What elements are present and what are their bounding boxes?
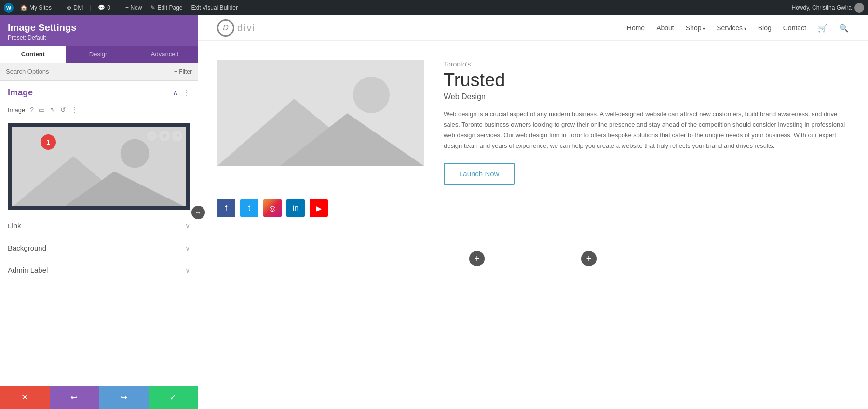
image-label: Image xyxy=(8,106,25,114)
accordion-admin-label-header[interactable]: Admin Label ∨ xyxy=(0,259,198,281)
undo-button[interactable]: ↩ xyxy=(50,386,99,409)
phone-icon[interactable]: ▭ xyxy=(39,106,45,114)
nav-contact[interactable]: Contact xyxy=(783,24,806,32)
nav-home[interactable]: Home xyxy=(627,24,645,32)
badge-1: 1 xyxy=(41,134,56,150)
nav-blog[interactable]: Blog xyxy=(758,24,772,32)
trash-icon[interactable]: 🗑 xyxy=(159,131,170,141)
panel-content: Image ∧ ⋮ Image ? ▭ ↖ ↺ ⋮ xyxy=(0,81,198,386)
admin-bar-left: W 🏠 My Sites | ⊕ Divi | 💬 0 | + New ✎ Ed… xyxy=(4,3,240,13)
image-toolbar: Image ? ▭ ↖ ↺ ⋮ xyxy=(0,102,198,118)
new-button[interactable]: + New xyxy=(123,4,144,11)
add-column-left[interactable]: + xyxy=(469,251,485,266)
chevron-down-icon: ∨ xyxy=(185,222,190,230)
preview-content: Toronto's Trusted Web Design Web design … xyxy=(198,41,868,409)
youtube-icon[interactable]: ▶ xyxy=(310,199,328,217)
accordion-link-header[interactable]: Link ∨ xyxy=(0,215,198,237)
svg-point-5 xyxy=(353,77,390,113)
filter-button[interactable]: + Filter xyxy=(174,68,192,75)
edit-page-link[interactable]: ✎ Edit Page xyxy=(149,4,184,11)
accordion-background[interactable]: Background ∨ xyxy=(0,237,198,259)
image-preview-wrap: 1 ⋯ 🗑 ↺ xyxy=(8,123,190,210)
admin-bar-right: Howdy, Christina Gwira xyxy=(792,3,864,13)
accordion-admin-label[interactable]: Admin Label ∨ xyxy=(0,259,198,281)
panel-tabs: Content Design Advanced xyxy=(0,46,198,63)
accordion-link[interactable]: Link ∨ xyxy=(0,215,198,237)
chevron-down-icon-3: ∨ xyxy=(185,266,190,274)
site-nav: D divi Home About Shop Services Blog Con… xyxy=(198,15,868,41)
cancel-button[interactable]: ✕ xyxy=(0,386,50,409)
collapse-icon[interactable]: ∧ xyxy=(173,88,178,97)
hero-heading: Trusted xyxy=(444,70,849,91)
svg-point-1 xyxy=(121,139,149,168)
background-label: Background xyxy=(8,244,46,252)
hero-image xyxy=(217,60,424,166)
chevron-down-icon-2: ∨ xyxy=(185,244,190,252)
left-panel: Image Settings Preset: Default Content D… xyxy=(0,15,198,409)
undo-overlay-icon[interactable]: ↺ xyxy=(172,131,182,141)
hero-small-text: Toronto's xyxy=(444,60,849,68)
nav-about[interactable]: About xyxy=(656,24,674,32)
hero-subheading: Web Design xyxy=(444,92,849,101)
divi-link[interactable]: ⊕ Divi xyxy=(65,4,85,11)
my-sites-link[interactable]: 🏠 My Sites xyxy=(18,4,54,11)
twitter-icon[interactable]: t xyxy=(240,199,258,217)
more-options-icon[interactable]: ⋮ xyxy=(182,88,190,97)
help-icon[interactable]: ? xyxy=(30,106,34,114)
cart-icon[interactable]: 🛒 xyxy=(818,24,827,33)
hero-section: Toronto's Trusted Web Design Web design … xyxy=(198,41,868,199)
section-controls: ∧ ⋮ xyxy=(173,88,190,97)
tab-advanced[interactable]: Advanced xyxy=(132,46,198,63)
nav-services[interactable]: Services xyxy=(717,24,746,32)
overlay-controls: ⋯ 🗑 ↺ xyxy=(147,131,182,141)
admin-bar: W 🏠 My Sites | ⊕ Divi | 💬 0 | + New ✎ Ed… xyxy=(0,0,868,15)
search-icon[interactable]: 🔍 xyxy=(839,24,849,33)
nav-shop[interactable]: Shop xyxy=(686,24,705,32)
add-row: + + xyxy=(198,241,868,276)
more-toolbar-icon[interactable]: ⋮ xyxy=(71,106,78,114)
nav-links: Home About Shop Services Blog Contact 🛒 … xyxy=(627,24,849,33)
panel-preset[interactable]: Preset: Default xyxy=(8,34,190,41)
tab-design[interactable]: Design xyxy=(66,46,132,63)
panel-header: Image Settings Preset: Default xyxy=(0,15,198,46)
avatar[interactable] xyxy=(854,3,864,13)
main-layout: Image Settings Preset: Default Content D… xyxy=(0,15,868,409)
hero-body: Web design is a crucial aspect of any mo… xyxy=(444,109,849,151)
dots-overlay-icon[interactable]: ⋯ xyxy=(147,131,157,141)
launch-button[interactable]: Launch Now xyxy=(444,163,515,185)
instagram-icon[interactable]: ◎ xyxy=(263,199,282,217)
undo-icon[interactable]: ↺ xyxy=(60,106,66,114)
add-column-right[interactable]: + xyxy=(581,251,597,266)
accordion-background-header[interactable]: Background ∨ xyxy=(0,237,198,259)
right-panel: D divi Home About Shop Services Blog Con… xyxy=(198,15,868,409)
exit-visual-builder-link[interactable]: Exit Visual Builder xyxy=(189,4,240,11)
user-greeting: Howdy, Christina Gwira xyxy=(792,4,852,11)
cursor-icon[interactable]: ↖ xyxy=(50,106,55,114)
logo-text: divi xyxy=(237,23,256,34)
panel-footer: ✕ ↩ ↪ ✓ xyxy=(0,386,198,409)
search-input[interactable] xyxy=(6,68,174,75)
image-section-title: Image xyxy=(8,88,33,98)
panel-title: Image Settings xyxy=(8,22,190,33)
linkedin-icon[interactable]: in xyxy=(286,199,305,217)
social-row: f t ◎ in ▶ xyxy=(198,199,868,232)
image-section-header: Image ∧ ⋮ xyxy=(0,81,198,102)
admin-label-text: Admin Label xyxy=(8,266,48,274)
site-logo: D divi xyxy=(217,19,256,37)
comments-link[interactable]: 💬 0 xyxy=(96,4,112,11)
facebook-icon[interactable]: f xyxy=(217,199,235,217)
text-content: Toronto's Trusted Web Design Web design … xyxy=(444,60,849,185)
link-label: Link xyxy=(8,222,21,230)
image-preview[interactable]: 1 ⋯ 🗑 ↺ xyxy=(12,127,186,206)
redo-button[interactable]: ↪ xyxy=(99,386,149,409)
panel-expand-arrow[interactable]: ↔ xyxy=(191,206,205,219)
logo-circle: D xyxy=(217,19,234,37)
save-button[interactable]: ✓ xyxy=(149,386,198,409)
search-bar: + Filter xyxy=(0,63,198,81)
wordpress-icon[interactable]: W xyxy=(4,3,14,13)
tab-content[interactable]: Content xyxy=(0,46,66,63)
